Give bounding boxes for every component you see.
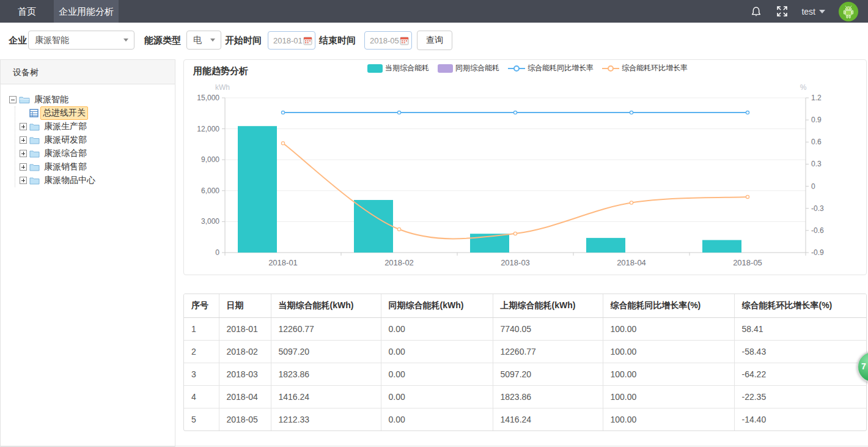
table-header-cell: 当期综合能耗(kWh) bbox=[271, 294, 381, 317]
expand-icon[interactable] bbox=[20, 177, 27, 184]
table-cell: 2018-01 bbox=[219, 317, 271, 340]
table-cell: 0.00 bbox=[381, 363, 493, 385]
table-cell: 0.00 bbox=[381, 317, 493, 340]
chevron-down-icon bbox=[123, 39, 128, 42]
svg-text:0.6: 0.6 bbox=[811, 138, 822, 146]
table-row: 3 2018-03 1823.86 0.00 5097.20 100.00 -6… bbox=[184, 363, 867, 385]
table-header-cell: 综合能耗环比增长率(%) bbox=[734, 294, 867, 317]
energy-type-select[interactable]: 电 bbox=[186, 31, 221, 50]
svg-text:-0.3: -0.3 bbox=[811, 204, 824, 213]
user-avatar[interactable] bbox=[839, 2, 858, 21]
table-cell: 1212.33 bbox=[271, 408, 381, 430]
android-robot-icon bbox=[840, 4, 856, 20]
tree-node-main-switch[interactable]: 总进线开关 bbox=[20, 106, 171, 120]
legend-item-yoy-growth[interactable]: 综合能耗同比增长率 bbox=[508, 63, 594, 73]
start-time-label: 开始时间 bbox=[225, 23, 262, 58]
table-cell: 1416.24 bbox=[493, 408, 603, 430]
legend-label: 当期综合能耗 bbox=[385, 63, 429, 73]
svg-text:kWh: kWh bbox=[215, 83, 230, 92]
chevron-down-icon bbox=[210, 39, 215, 42]
expand-icon[interactable] bbox=[20, 163, 27, 171]
table-cell: 1823.86 bbox=[493, 385, 603, 408]
nav-tab-home[interactable]: 首页 bbox=[0, 0, 54, 23]
tree-node-label: 康派销售部 bbox=[42, 160, 89, 174]
fullscreen-icon[interactable] bbox=[776, 6, 788, 18]
table-cell: 2018-02 bbox=[219, 340, 271, 363]
legend-item-mom-growth[interactable]: 综合能耗环比增长率 bbox=[602, 63, 688, 73]
svg-text:1.2: 1.2 bbox=[811, 94, 822, 102]
table-cell: 0.00 bbox=[381, 340, 493, 363]
table-cell: 58.41 bbox=[734, 317, 867, 340]
tree-connector bbox=[20, 109, 27, 117]
legend-label: 同期综合能耗 bbox=[455, 63, 499, 73]
nav-tab-energy-analysis[interactable]: 企业用能分析 bbox=[54, 0, 119, 23]
expand-icon[interactable] bbox=[20, 123, 27, 130]
svg-text:15,000: 15,000 bbox=[197, 94, 219, 102]
chart-legend: 当期综合能耗 同期综合能耗 综合能耗同比增长率 综合能耗环比增长率 bbox=[367, 63, 688, 73]
navbar-right-group: test bbox=[750, 0, 868, 23]
tree-node-rd-dept[interactable]: 康派研发部 bbox=[20, 133, 171, 147]
calendar-icon[interactable] bbox=[400, 36, 409, 45]
table-cell: 2018-05 bbox=[219, 408, 271, 430]
svg-text:2018-02: 2018-02 bbox=[384, 258, 414, 267]
table-cell: 2018-03 bbox=[219, 363, 271, 385]
enterprise-select[interactable]: 康派智能 bbox=[28, 31, 134, 50]
start-date-value: 2018-01 bbox=[268, 36, 303, 45]
table-cell: 5097.20 bbox=[271, 340, 381, 363]
end-date-input[interactable]: 2018-05 bbox=[364, 31, 412, 50]
chevron-down-icon bbox=[819, 10, 825, 13]
line-swatch-icon bbox=[508, 65, 525, 72]
chart-title: 用能趋势分析 bbox=[193, 65, 248, 77]
svg-text:0.9: 0.9 bbox=[811, 116, 822, 124]
trend-chart-panel: 用能趋势分析 当期综合能耗 同期综合能耗 综合能耗同比增长率 综合能耗环比增长率… bbox=[183, 59, 867, 275]
table-cell: 100.00 bbox=[603, 340, 734, 363]
expand-icon[interactable] bbox=[20, 136, 27, 144]
top-navbar: 首页 企业用能分析 test bbox=[0, 0, 868, 23]
svg-text:2018-04: 2018-04 bbox=[617, 258, 646, 267]
svg-text:12,000: 12,000 bbox=[197, 125, 219, 133]
notification-bell-icon[interactable] bbox=[750, 6, 762, 18]
table-cell: 0.00 bbox=[381, 385, 493, 408]
table-cell: -58.43 bbox=[734, 340, 867, 363]
tree-node-label: 康派综合部 bbox=[42, 147, 89, 160]
svg-text:3,000: 3,000 bbox=[201, 217, 219, 226]
end-date-value: 2018-05 bbox=[365, 36, 400, 45]
tree-node-production-dept[interactable]: 康派生产部 bbox=[20, 120, 171, 133]
tree-node-label: 康派物品中心 bbox=[42, 174, 98, 187]
table-cell: 0.00 bbox=[381, 408, 493, 430]
collapse-icon[interactable] bbox=[9, 96, 17, 103]
start-date-input[interactable]: 2018-01 bbox=[268, 31, 315, 50]
table-header-cell: 同期综合能耗(kWh) bbox=[381, 294, 493, 317]
expand-icon[interactable] bbox=[20, 150, 27, 157]
tree-node-sales-dept[interactable]: 康派销售部 bbox=[20, 160, 171, 174]
user-menu[interactable]: test bbox=[801, 7, 825, 17]
tree-node-label: 总进线开关 bbox=[40, 106, 88, 120]
query-button[interactable]: 查询 bbox=[417, 31, 452, 50]
table-cell: 1823.86 bbox=[271, 363, 381, 385]
energy-type-label: 能源类型 bbox=[144, 23, 181, 58]
table-cell: 4 bbox=[184, 385, 219, 408]
trend-chart-canvas[interactable]: 03,0006,0009,00012,00015,000-0.9-0.6-0.3… bbox=[184, 79, 867, 275]
table-cell: 12260.77 bbox=[271, 317, 381, 340]
tree-node-goods-center[interactable]: 康派物品中心 bbox=[20, 174, 171, 187]
tree-node-general-dept[interactable]: 康派综合部 bbox=[20, 147, 171, 160]
svg-text:9,000: 9,000 bbox=[201, 155, 219, 164]
line-swatch-icon bbox=[602, 65, 619, 72]
table-header-cell: 上期综合能耗(kWh) bbox=[493, 294, 603, 317]
legend-item-peer-consumption[interactable]: 同期综合能耗 bbox=[438, 63, 499, 73]
table-header-row: 序号 日期 当期综合能耗(kWh) 同期综合能耗(kWh) 上期综合能耗(kWh… bbox=[184, 294, 867, 317]
legend-label: 综合能耗环比增长率 bbox=[622, 63, 688, 73]
tree-node-root[interactable]: 康派智能 bbox=[9, 93, 171, 106]
calendar-icon[interactable] bbox=[303, 36, 312, 45]
bar-swatch-icon bbox=[367, 64, 383, 73]
page-bottom-divider bbox=[0, 446, 868, 446]
table-cell: 2018-04 bbox=[219, 385, 271, 408]
filter-bar: 企业 康派智能 能源类型 电 开始时间 2018-01 结束时间 2018-05… bbox=[0, 23, 868, 58]
svg-text:-0.6: -0.6 bbox=[811, 226, 824, 235]
svg-text:2018-03: 2018-03 bbox=[501, 258, 530, 267]
table-cell: 7740.05 bbox=[493, 317, 603, 340]
device-tree: 康派智能 总进线开关 康派生产部 bbox=[1, 84, 175, 187]
table-cell: 5 bbox=[184, 408, 219, 430]
open-folder-icon bbox=[19, 95, 30, 104]
legend-item-current-consumption[interactable]: 当期综合能耗 bbox=[367, 63, 429, 73]
